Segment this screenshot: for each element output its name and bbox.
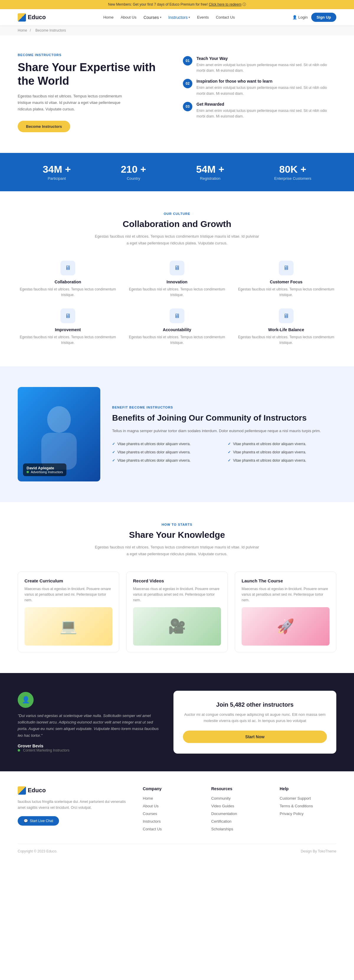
footer-link-home: Home	[143, 796, 199, 800]
breadcrumb-home[interactable]: Home	[18, 28, 27, 32]
benefits-list: ✓ Vitae pharetra et ultrices dolor aliqu…	[112, 441, 336, 463]
footer-link-privacy: Privacy Policy	[279, 811, 336, 816]
login-button[interactable]: 👤 Login	[292, 15, 308, 19]
feature-3: 03 Get Rewarded Enim amet enim volutpat …	[183, 102, 336, 119]
footer-link-about: About Us	[143, 803, 199, 808]
logo[interactable]: Educo	[18, 13, 46, 22]
nav-instructors[interactable]: Instructors	[168, 15, 190, 20]
step-image-2: 🚀	[241, 607, 330, 646]
how-to-section: HOW TO STARTS Share Your Knowledge Egest…	[0, 502, 354, 673]
live-chat-button[interactable]: 💬 Start Live Chat	[18, 816, 59, 826]
culture-card-0: 🖥 Collaboration Egestas faucibus nisl et…	[18, 261, 118, 298]
nav-events[interactable]: Events	[197, 15, 209, 19]
benefit-0: ✓ Vitae pharetra et ultrices dolor aliqu…	[112, 441, 221, 447]
feature-num-2: 02	[183, 79, 192, 88]
footer-link-guides: Video Guides	[211, 803, 268, 808]
svg-point-0	[47, 406, 71, 433]
step-desc-2: Maecenas risus at egestas in tincidunt. …	[241, 586, 330, 603]
nav-about[interactable]: About Us	[121, 15, 136, 19]
step-card-1: Record Videos Maecenas risus at egestas …	[126, 571, 228, 653]
feature-title-3: Get Rewarded	[197, 102, 336, 107]
banner-text: New Members: Get your first 7 days of Ed…	[108, 2, 208, 6]
banner-cta[interactable]: Click here to redeem	[209, 2, 241, 6]
benefits-section: David Aplegate Advertising Instructors B…	[0, 366, 354, 502]
header: Educo Home About Us Courses Instructors …	[0, 9, 354, 25]
nav-home[interactable]: Home	[103, 15, 114, 19]
breadcrumb-current: Become Instructors	[35, 28, 66, 32]
culture-desc-3: Egestas faucibus nisl et ultrices. Tempu…	[18, 334, 118, 346]
cta-join-title: Join 5,482 other instructors	[183, 702, 327, 708]
benefit-3: ✓ Vitae pharetra et ultrices dolor aliqu…	[228, 450, 336, 455]
top-banner: New Members: Get your first 7 days of Ed…	[0, 0, 354, 9]
cta-join-box: Join 5,482 other instructors Auctor mi a…	[173, 691, 336, 754]
footer-link-community: Community	[211, 796, 268, 800]
stat-label-participant: Participant	[43, 176, 71, 181]
hero-description: Egestas faucibus nisl et ultrices. Tempu…	[18, 93, 124, 113]
nav-contact[interactable]: Contact Us	[216, 15, 235, 19]
footer-link-terms: Terms & Conditions	[279, 803, 336, 808]
signup-button[interactable]: Sign Up	[311, 13, 336, 22]
cta-avatar: 👤	[18, 692, 33, 708]
culture-desc-0: Egestas faucibus nisl et ultrices. Tempu…	[18, 286, 118, 298]
benefit-4: ✓ Vitae pharetra et ultrices dolor aliqu…	[112, 458, 221, 463]
nav-courses[interactable]: Courses	[143, 15, 161, 20]
stat-label-enterprise: Enterprise Customers	[275, 176, 311, 181]
footer-link-scholarships: Scholarships	[211, 827, 268, 831]
start-now-button[interactable]: Start Now	[183, 730, 327, 743]
footer-grid: Educo faucibus luctus fringilla sceleris…	[18, 786, 336, 834]
culture-title-0: Collaboration	[18, 280, 118, 284]
stat-label-registration: Registration	[196, 176, 224, 181]
feature-desc-3: Enim amet enim volutpat luctus ipsum pel…	[197, 108, 336, 119]
culture-title-3: Improvement	[18, 327, 118, 332]
culture-desc: Egestas faucibus nisl et ultrices. Tempu…	[94, 233, 260, 246]
step-icon-launch: 🚀	[277, 618, 294, 635]
culture-grid: 🖥 Collaboration Egestas faucibus nisl et…	[18, 261, 336, 346]
instructor-name: David Aplegate	[27, 466, 63, 470]
culture-title: Collaboration and Growth	[18, 219, 336, 229]
steps-grid: Create Curriculum Maecenas risus at eges…	[18, 571, 336, 653]
improvement-icon: 🖥	[60, 309, 75, 323]
footer-brand: Educo faucibus luctus fringilla sceleris…	[18, 786, 131, 834]
benefits-label: BENEFIT BECOME INSTRUCTORS	[112, 406, 336, 409]
benefit-5: ✓ Vitae pharetra et ultrices dolor aliqu…	[228, 458, 336, 463]
culture-card-3: 🖥 Improvement Egestas faucibus nisl et u…	[18, 309, 118, 346]
become-instructors-button[interactable]: Become Instructors	[18, 121, 70, 132]
footer-logo: Educo	[18, 786, 131, 795]
feature-content-1: Teach Your Way Enim amet enim volutpat l…	[197, 56, 336, 73]
feature-title-1: Teach Your Way	[197, 56, 336, 61]
hero-section: BECOME INSTRUCTORS Share Your Expertise …	[0, 35, 354, 153]
culture-desc-1: Egestas faucibus nisl et ultrices. Tempu…	[127, 286, 227, 298]
footer-link-cert: Certification	[211, 819, 268, 824]
online-indicator	[27, 471, 29, 473]
hero-title: Share Your Expertise with the World	[18, 61, 171, 88]
cta-testimonial: 👤 "Dui varius sed egestas at scelerisque…	[18, 692, 162, 752]
how-to-label: HOW TO STARTS	[18, 523, 336, 526]
footer-col-resources: Resources Community Video Guides Documen…	[211, 786, 268, 834]
stat-participant: 34M + Participant	[43, 164, 71, 181]
step-title-0: Create Curriculum	[24, 578, 113, 583]
step-title-2: Launch The Course	[241, 578, 330, 583]
footer-col-resources-list: Community Video Guides Documentation Cer…	[211, 796, 268, 831]
footer-logo-icon	[18, 786, 26, 795]
stat-num-country: 210 +	[121, 164, 146, 175]
stat-registration: 54M + Registration	[196, 164, 224, 181]
footer-bottom: Copyright © 2023 Educo. Design By TokoTh…	[18, 844, 336, 853]
feature-title-2: Inspiration for those who want to learn	[197, 79, 336, 84]
footer-link-contact: Contact Us	[143, 827, 199, 831]
culture-desc-4: Egestas faucibus nisl et ultrices. Tempu…	[127, 334, 227, 346]
instructor-image: David Aplegate Advertising Instructors	[18, 387, 100, 481]
culture-title-1: Innovation	[127, 280, 227, 284]
step-image-0: 💻	[24, 607, 113, 646]
stat-enterprise: 80K + Enterprise Customers	[275, 164, 311, 181]
culture-label: OUR CULTURE	[18, 212, 336, 215]
customer-focus-icon: 🖥	[279, 261, 294, 275]
how-to-title: Share Your Knowledge	[18, 530, 336, 540]
how-to-desc: Egestas faucibus nisl et ultrices. Tempu…	[94, 544, 260, 557]
cta-join-desc: Auctor mi at congue convallis neque adip…	[183, 712, 327, 724]
logo-icon	[18, 13, 26, 22]
footer-col-company: Company Home About Us Courses Instructor…	[143, 786, 199, 834]
stats-section: 34M + Participant 210 + Country 54M + Re…	[0, 153, 354, 191]
step-title-1: Record Videos	[133, 578, 221, 583]
footer-desc: faucibus luctus fringilla scelerisque du…	[18, 799, 131, 811]
instructor-role: Advertising Instructors	[27, 470, 63, 474]
